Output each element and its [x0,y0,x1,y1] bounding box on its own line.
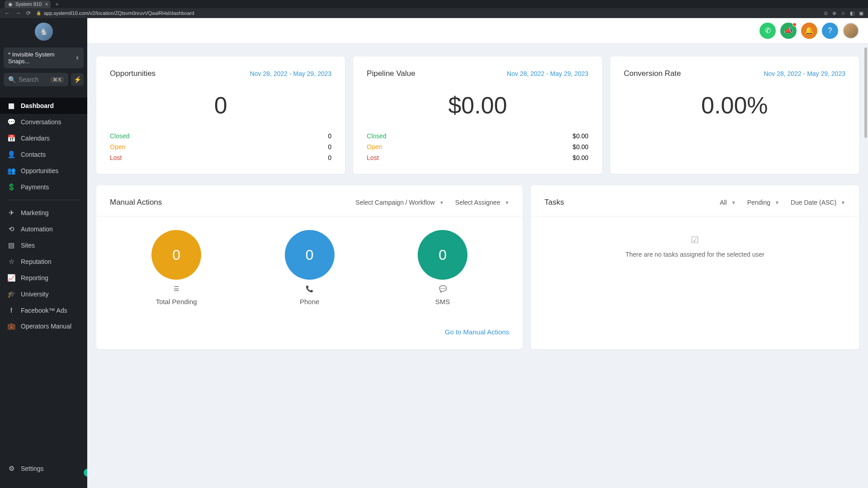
sidebar-item-calendars[interactable]: 📅 Calendars [0,130,87,146]
announce-button[interactable]: 📣 [780,23,797,39]
search-input[interactable]: 🔍 Search ⌘ K [4,73,68,86]
ext-icon[interactable]: ◧ [850,10,854,16]
sms-icon: 💬 [439,285,447,292]
tab-favicon-icon: ◉ [8,1,13,7]
url-bar[interactable]: 🔒 app.system810.com/v2/location/ZQtsvm0n… [36,10,818,16]
phone-label: Phone [300,298,319,305]
date-range[interactable]: Nov 28, 2022 - May 29, 2023 [250,70,332,77]
sms-metric: 0 💬 SMS [418,230,467,305]
phone-icon: ✆ [765,26,771,35]
new-tab-button[interactable]: + [55,0,59,8]
scrollbar-thumb[interactable] [864,47,867,138]
sidebar-item-facebook-ads[interactable]: f Facebook™ Ads [0,302,87,318]
sidebar-item-label: Reputation [21,258,52,265]
sidebar-item-automation[interactable]: ⟲ Automation [0,221,87,237]
url-text: app.system810.com/v2/location/ZQtsvm0nru… [44,10,194,16]
conversion-value: 0.00% [624,92,845,119]
layout-icon: ▤ [7,241,15,249]
pipeline-value: $0.00 [367,92,588,119]
lock-icon: 🔒 [36,11,41,15]
ext-icon[interactable]: ☆ [841,10,845,16]
sidebar-item-contacts[interactable]: 👤 Contacts [0,146,87,163]
sidebar-item-reputation[interactable]: ☆ Reputation [0,253,87,270]
sidebar-item-label: Sites [21,242,35,249]
chevron-down-icon: ▼ [775,200,779,205]
open-value: 0 [328,143,332,150]
sidebar-item-label: Payments [21,183,49,191]
tasks-filter-sort[interactable]: Due Date (ASC) ▼ [791,199,845,206]
pending-circle: 0 [151,230,201,280]
logo-icon: ♞ [35,23,53,41]
search-icon: 🔍 [8,76,16,83]
notifications-button[interactable]: 🔔 [801,23,817,39]
ext-icon[interactable]: ⊙ [824,10,828,16]
sidebar-item-label: Marketing [21,209,48,216]
assignee-dropdown[interactable]: Select Assignee ▼ [455,199,509,206]
open-label: Open [367,143,382,150]
goto-manual-actions-link[interactable]: Go to Manual Actions [110,328,509,336]
search-kbd: ⌘ K [51,77,64,83]
sidebar-item-label: Settings [21,465,44,472]
sidebar-item-opportunities[interactable]: 👥 Opportunities [0,163,87,179]
phone-button[interactable]: ✆ [760,23,776,39]
chevron-down-icon: ▼ [505,200,509,205]
sidebar-item-dashboard[interactable]: ▦ Dashboard [0,98,87,114]
sidebar-item-sites[interactable]: ▤ Sites [0,237,87,253]
pipeline-card: Pipeline Value Nov 28, 2022 - May 29, 20… [353,56,602,174]
campaign-dropdown[interactable]: Select Campaign / Workflow ▼ [355,199,444,206]
date-range[interactable]: Nov 28, 2022 - May 29, 2023 [507,70,589,77]
reload-icon[interactable]: ⟳ [26,10,31,16]
browser-chrome: ◉ System 810 ✕ + ← → ⟳ 🔒 app.system810.c… [0,0,868,18]
browser-tab[interactable]: ◉ System 810 ✕ [5,0,51,8]
tab-title: System 810 [15,1,42,7]
sidebar-item-university[interactable]: 🎓 University [0,286,87,302]
sidebar-item-marketing[interactable]: ✈ Marketing [0,205,87,221]
conversion-card: Conversion Rate Nov 28, 2022 - May 29, 2… [610,56,859,174]
sidebar-item-payments[interactable]: 💲 Payments [0,179,87,195]
back-icon[interactable]: ← [5,10,10,16]
sidebar-item-label: Dashboard [21,102,54,109]
nav-divider [7,200,80,200]
panels-row: Manual Actions Select Campaign / Workflo… [96,185,859,349]
sidebar-item-settings[interactable]: ⚙ Settings [0,460,87,477]
close-tab-icon[interactable]: ✕ [45,2,48,7]
account-switcher[interactable]: * Invisible System Snaps... ▲▼ [4,47,84,68]
dropdown-label: All [720,199,727,206]
sidebar-item-conversations[interactable]: 💬 Conversations [0,114,87,130]
phone-metric: 0 📞 Phone [285,230,335,305]
chevron-down-icon: ▼ [731,200,736,205]
scrollbar[interactable] [864,43,867,488]
sidebar-item-operators-manual[interactable]: 💼 Operators Manual [0,318,87,334]
ext-icon[interactable]: ⊕ [832,10,836,16]
manual-actions-panel: Manual Actions Select Campaign / Workflo… [96,185,523,349]
card-title: Pipeline Value [367,69,415,78]
date-range[interactable]: Nov 28, 2022 - May 29, 2023 [764,70,845,77]
grad-icon: 🎓 [7,290,15,298]
topbar: ✆ 📣 🔔 ? [87,18,868,43]
send-icon: ✈ [7,209,15,217]
user-icon: 👤 [7,150,15,159]
sidebar-item-label: University [21,291,48,298]
lost-value: $0.00 [573,154,589,161]
pending-metric: 0 ☰ Total Pending [151,230,201,305]
extensions-group: ⊙ ⊕ ☆ ◧ ▣ [824,10,863,16]
quick-action-button[interactable]: ⚡ [71,73,84,86]
chevron-down-icon: ▼ [841,200,845,205]
pending-label: Total Pending [156,298,197,305]
dropdown-label: Due Date (ASC) [791,199,836,206]
help-button[interactable]: ? [822,23,838,39]
forward-icon[interactable]: → [15,10,21,16]
tasks-filter-status[interactable]: Pending ▼ [747,199,779,206]
user-avatar[interactable] [843,23,859,39]
phone-circle: 0 [285,230,335,280]
sidebar-item-reporting[interactable]: 📈 Reporting [0,270,87,286]
tasks-filter-all[interactable]: All ▼ [720,199,736,206]
sidebar: ♞ * Invisible System Snaps... ▲▼ 🔍 Searc… [0,18,87,488]
closed-value: $0.00 [573,132,589,140]
lost-label: Lost [110,154,122,161]
star-icon: ☆ [7,258,15,266]
lost-label: Lost [367,154,378,161]
help-icon: ? [828,27,832,35]
ext-icon[interactable]: ▣ [859,10,863,16]
dropdown-label: Pending [747,199,770,206]
